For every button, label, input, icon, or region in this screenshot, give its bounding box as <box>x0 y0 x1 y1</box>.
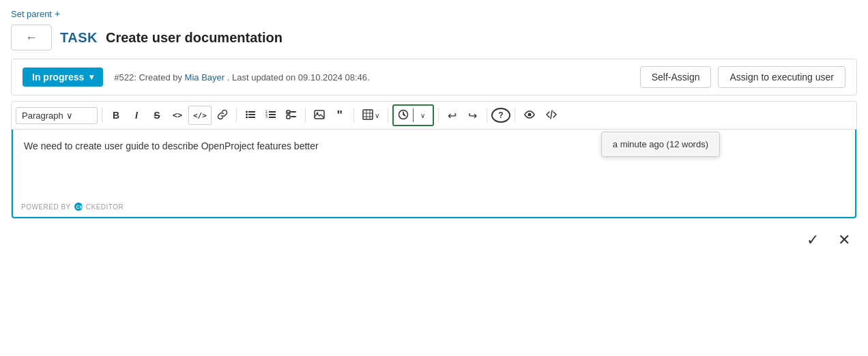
revision-chevron-button[interactable]: ∨ <box>414 106 433 125</box>
code-block-icon: </> <box>193 111 207 120</box>
help-button[interactable]: ? <box>491 108 510 123</box>
bold-icon: B <box>113 110 119 121</box>
toolbar-separator-2 <box>236 108 237 123</box>
set-parent-link[interactable]: Set parent <box>11 9 52 19</box>
confirm-button[interactable]: ✓ <box>800 228 826 252</box>
source-button[interactable] <box>541 106 562 125</box>
ckeditor-watermark: POWERED BY CK CKEditor <box>21 202 124 211</box>
svg-rect-16 <box>315 110 324 119</box>
status-info-row: In progress ▾ #522: Created by Mia Bayer… <box>11 59 857 95</box>
powered-by-label: POWERED BY <box>21 203 71 211</box>
status-right: Self-Assign Assign to executing user <box>640 66 845 88</box>
task-title-row: ← TASK Create user documentation <box>11 25 857 50</box>
undo-button[interactable]: ↩ <box>443 106 462 125</box>
redo-icon: ↪ <box>468 109 477 122</box>
status-badge[interactable]: In progress ▾ <box>23 68 103 87</box>
task-meta: #522: Created by Mia Bayer . Last update… <box>114 72 369 83</box>
toolbar-separator-5 <box>388 108 388 123</box>
toolbar-separator-1 <box>102 108 102 123</box>
toolbar-separator-3 <box>305 108 306 123</box>
svg-rect-13 <box>291 111 296 113</box>
revision-tooltip: a minute ago (12 words) <box>601 132 720 157</box>
preview-icon <box>523 108 536 123</box>
editor-container: Paragraph ∨ B I S <> </> <box>11 101 857 219</box>
svg-rect-5 <box>248 117 255 118</box>
help-icon: ? <box>498 110 503 120</box>
bold-button[interactable]: B <box>106 106 126 125</box>
source-icon <box>545 108 558 123</box>
paragraph-label: Paragraph <box>22 110 63 121</box>
task-title: Create user documentation <box>106 30 283 46</box>
toolbar-separator-4 <box>353 108 354 123</box>
editor-content[interactable]: We need to create user guide to describe… <box>12 130 856 218</box>
task-author-link[interactable]: Mia Bayer <box>185 72 225 83</box>
svg-rect-15 <box>291 116 296 117</box>
svg-rect-11 <box>269 117 276 118</box>
status-chevron-icon: ▾ <box>89 72 93 82</box>
task-label: TASK <box>60 30 98 46</box>
italic-icon: I <box>135 110 138 121</box>
self-assign-button[interactable]: Self-Assign <box>640 66 712 88</box>
svg-rect-3 <box>248 114 255 115</box>
svg-rect-1 <box>248 111 255 113</box>
task-meta-number: #522: Created by <box>114 72 182 83</box>
svg-text:3.: 3. <box>265 115 268 119</box>
strikethrough-button[interactable]: S <box>147 106 167 125</box>
paragraph-chevron-icon: ∨ <box>66 110 73 121</box>
blockquote-button[interactable]: " <box>330 106 349 125</box>
set-parent-row: Set parent + <box>11 8 857 19</box>
table-button[interactable]: ∨ <box>358 106 384 125</box>
insert-image-icon <box>314 109 325 122</box>
assign-executing-button[interactable]: Assign to executing user <box>718 66 845 88</box>
status-badge-label: In progress <box>32 72 84 83</box>
cancel-button[interactable]: ✕ <box>831 228 857 252</box>
toolbar-separator-6 <box>438 108 439 123</box>
paragraph-select[interactable]: Paragraph ∨ <box>16 107 98 124</box>
inline-code-icon: <> <box>173 110 182 120</box>
revision-tooltip-text: a minute ago (12 words) <box>613 139 708 149</box>
task-meta-updated: . Last updated on 09.10.2024 08:46. <box>227 72 370 83</box>
ckeditor-brand: CKEditor <box>86 203 124 211</box>
italic-button[interactable]: I <box>127 106 146 125</box>
link-icon <box>217 109 228 122</box>
revision-history-group[interactable]: ∨ <box>392 104 434 126</box>
ordered-list-icon: 1.2.3. <box>265 109 276 122</box>
editor-text: We need to create user guide to describe… <box>24 140 844 151</box>
toolbar-separator-8 <box>515 108 515 123</box>
preview-button[interactable] <box>519 106 540 125</box>
svg-text:CK: CK <box>76 205 83 209</box>
svg-point-24 <box>527 113 531 116</box>
svg-point-0 <box>246 110 248 113</box>
toolbar-separator-7 <box>487 108 487 123</box>
back-button[interactable]: ← <box>11 25 52 50</box>
revision-history-button[interactable] <box>394 106 413 125</box>
svg-point-2 <box>246 113 248 115</box>
svg-rect-14 <box>287 115 290 119</box>
code-block-button[interactable]: </> <box>188 106 212 125</box>
table-chevron-icon: ∨ <box>375 112 379 119</box>
table-icon <box>362 109 373 122</box>
redo-button[interactable]: ↪ <box>463 106 482 125</box>
svg-line-25 <box>551 110 552 119</box>
back-arrow-icon: ← <box>25 31 38 45</box>
inline-code-button[interactable]: <> <box>168 106 187 125</box>
undo-icon: ↩ <box>448 109 457 122</box>
status-left: In progress ▾ #522: Created by Mia Bayer… <box>23 68 370 87</box>
revision-chevron-icon: ∨ <box>420 112 425 119</box>
blockquote-icon: " <box>337 109 343 121</box>
link-button[interactable] <box>213 106 232 125</box>
task-list-icon <box>286 109 297 122</box>
bullet-list-icon <box>245 109 256 122</box>
svg-point-4 <box>246 116 248 118</box>
bottom-actions: ✓ ✕ <box>11 224 857 256</box>
revision-history-icon <box>398 109 409 122</box>
task-list-button[interactable] <box>282 106 301 125</box>
insert-image-button[interactable] <box>310 106 329 125</box>
ordered-list-button[interactable]: 1.2.3. <box>261 106 280 125</box>
bullet-list-button[interactable] <box>241 106 260 125</box>
svg-rect-9 <box>269 114 276 115</box>
strikethrough-icon: S <box>154 110 160 121</box>
editor-toolbar: Paragraph ∨ B I S <> </> <box>12 102 856 130</box>
svg-rect-7 <box>269 111 276 113</box>
set-parent-icon: + <box>55 8 60 19</box>
